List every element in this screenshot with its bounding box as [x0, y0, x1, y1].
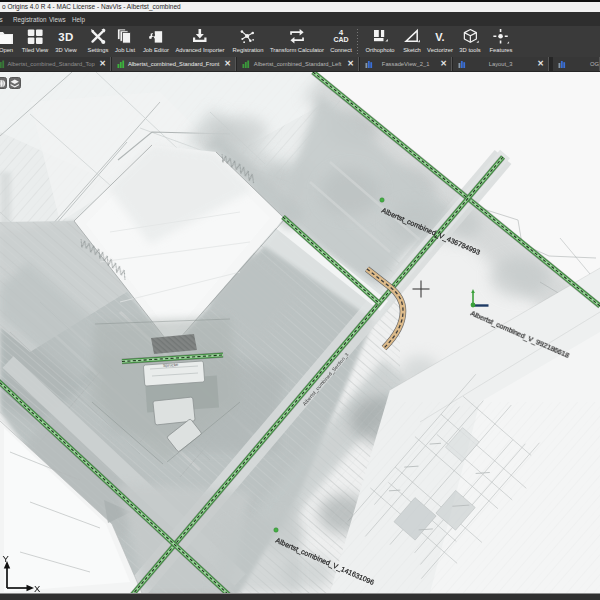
svg-text:Y: Y: [3, 553, 10, 564]
svg-text:X: X: [34, 583, 41, 593]
